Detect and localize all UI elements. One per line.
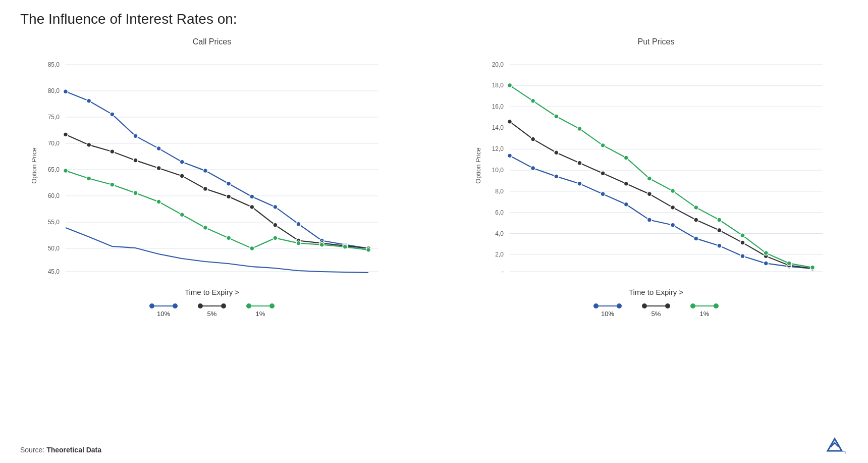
call-chart-container: Call Prices Option Price 85,0 80,0 75,0 … xyxy=(20,37,404,318)
svg-text:8,0: 8,0 xyxy=(495,188,504,195)
source-bar: Source: Theoretical Data xyxy=(20,446,101,454)
svg-text:12,0: 12,0 xyxy=(492,145,504,152)
svg-point-47 xyxy=(87,176,91,181)
svg-text:6,0: 6,0 xyxy=(495,209,504,216)
svg-point-35 xyxy=(133,158,138,163)
svg-point-113 xyxy=(577,127,582,131)
svg-point-85 xyxy=(577,181,582,186)
svg-point-49 xyxy=(133,191,138,195)
svg-point-27 xyxy=(273,204,278,209)
svg-point-87 xyxy=(624,202,628,207)
svg-point-20 xyxy=(110,112,115,117)
svg-point-25 xyxy=(227,181,231,186)
svg-text:14,0: 14,0 xyxy=(492,124,504,131)
svg-text:-: - xyxy=(502,268,504,275)
put-legend-10: 10% xyxy=(601,310,614,318)
svg-point-56 xyxy=(296,241,301,245)
svg-point-34 xyxy=(110,149,115,154)
svg-point-121 xyxy=(764,251,768,255)
svg-point-122 xyxy=(787,261,791,266)
svg-point-111 xyxy=(531,98,535,103)
svg-point-93 xyxy=(764,261,768,266)
logo: TM xyxy=(824,436,846,456)
svg-point-118 xyxy=(694,205,698,210)
svg-text:16,0: 16,0 xyxy=(492,103,504,110)
put-legend-5: 5% xyxy=(652,310,661,318)
svg-point-58 xyxy=(343,244,347,249)
svg-point-119 xyxy=(717,218,722,222)
call-legend-10: 10% xyxy=(157,310,170,318)
put-chart-svg: 20,0 18,0 16,0 14,0 12,0 10,0 8,0 6,0 4,… xyxy=(479,49,833,282)
svg-point-99 xyxy=(577,161,582,165)
svg-point-54 xyxy=(250,246,254,250)
svg-point-18 xyxy=(64,89,68,94)
svg-text:60,0: 60,0 xyxy=(48,192,60,199)
call-legend-5: 5% xyxy=(207,310,217,318)
svg-point-33 xyxy=(87,142,91,147)
call-legend: 10% 5% 1% xyxy=(149,303,275,318)
svg-point-46 xyxy=(64,169,68,173)
svg-point-117 xyxy=(671,189,675,193)
call-chart-title: Call Prices xyxy=(193,37,231,46)
svg-point-23 xyxy=(180,160,184,164)
source-label: Source: xyxy=(20,446,46,454)
svg-point-100 xyxy=(601,171,605,176)
page-title: The Influence of Interest Rates on: xyxy=(0,0,868,32)
svg-point-36 xyxy=(156,166,161,171)
svg-point-89 xyxy=(671,223,675,227)
svg-point-103 xyxy=(671,205,675,210)
call-legend-1: 1% xyxy=(256,310,265,318)
svg-point-84 xyxy=(554,174,559,179)
svg-point-57 xyxy=(319,242,324,247)
svg-point-48 xyxy=(110,182,115,187)
svg-point-86 xyxy=(601,192,605,196)
svg-point-115 xyxy=(624,156,628,160)
svg-point-82 xyxy=(508,153,512,158)
put-chart-container: Put Prices Option Price 20,0 18,0 16,0 xyxy=(464,37,848,318)
svg-point-112 xyxy=(554,114,559,119)
svg-text:55,0: 55,0 xyxy=(48,219,60,226)
svg-point-90 xyxy=(694,236,698,241)
svg-text:85,0: 85,0 xyxy=(48,61,60,68)
call-time-to-expiry: Time to Expiry > xyxy=(185,288,239,296)
put-time-to-expiry: Time to Expiry > xyxy=(629,288,683,296)
svg-text:TM: TM xyxy=(843,450,846,454)
svg-text:10,0: 10,0 xyxy=(492,167,504,174)
svg-point-21 xyxy=(133,134,138,138)
svg-point-92 xyxy=(740,254,745,259)
svg-point-28 xyxy=(296,222,301,226)
svg-text:65,0: 65,0 xyxy=(48,166,60,173)
svg-point-123 xyxy=(810,265,815,270)
svg-point-19 xyxy=(87,98,91,103)
svg-text:70,0: 70,0 xyxy=(48,140,60,147)
svg-point-53 xyxy=(227,236,231,240)
svg-point-26 xyxy=(250,194,254,199)
svg-text:2,0: 2,0 xyxy=(495,251,504,258)
svg-text:45,0: 45,0 xyxy=(48,268,60,275)
svg-point-39 xyxy=(227,194,231,199)
svg-point-88 xyxy=(647,218,652,222)
svg-point-38 xyxy=(203,187,207,191)
svg-point-24 xyxy=(203,169,207,173)
svg-text:75,0: 75,0 xyxy=(48,114,60,121)
svg-point-22 xyxy=(156,146,161,151)
put-legend: 10% 5% 1% xyxy=(593,303,719,318)
svg-point-120 xyxy=(740,233,745,238)
svg-point-83 xyxy=(531,166,535,171)
call-chart-y-label: Option Price xyxy=(30,147,38,184)
svg-text:50,0: 50,0 xyxy=(48,245,60,252)
svg-point-106 xyxy=(740,240,745,245)
svg-point-98 xyxy=(554,150,559,155)
svg-point-114 xyxy=(601,143,605,147)
svg-point-104 xyxy=(694,218,698,222)
svg-point-101 xyxy=(624,181,628,186)
svg-point-37 xyxy=(180,174,184,178)
svg-point-55 xyxy=(273,236,278,240)
svg-point-110 xyxy=(508,83,512,88)
svg-point-102 xyxy=(647,192,652,196)
source-bold: Theoretical Data xyxy=(46,446,101,454)
svg-text:18,0: 18,0 xyxy=(492,82,504,89)
svg-point-91 xyxy=(717,243,722,248)
put-chart-y-label: Option Price xyxy=(474,147,482,184)
svg-text:20,0: 20,0 xyxy=(492,61,504,68)
